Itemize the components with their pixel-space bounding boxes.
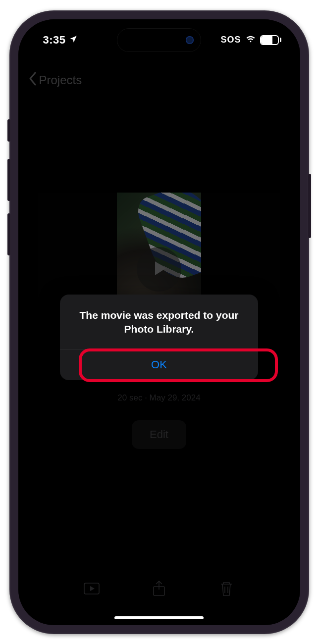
home-indicator [114, 616, 204, 619]
camera-lens-icon [186, 36, 194, 44]
alert-message: The movie was exported to your Photo Lib… [60, 295, 258, 349]
side-button-volume-up [7, 159, 10, 201]
sos-indicator: SOS [220, 35, 241, 45]
side-button-power [308, 174, 311, 238]
battery-indicator: 70 [260, 35, 281, 45]
wifi-icon [245, 33, 256, 47]
screen: Projects 20 sec · May 29, 2024 Edit [18, 19, 300, 625]
location-icon [69, 34, 78, 47]
side-button-action [7, 119, 10, 142]
battery-percent: 70 [261, 36, 278, 44]
alert-ok-button[interactable]: OK [60, 349, 258, 380]
export-alert: The movie was exported to your Photo Lib… [60, 295, 258, 381]
iphone-frame: Projects 20 sec · May 29, 2024 Edit [9, 10, 309, 634]
status-time: 3:35 [43, 34, 66, 47]
dynamic-island [117, 28, 201, 52]
side-button-volume-down [7, 213, 10, 255]
